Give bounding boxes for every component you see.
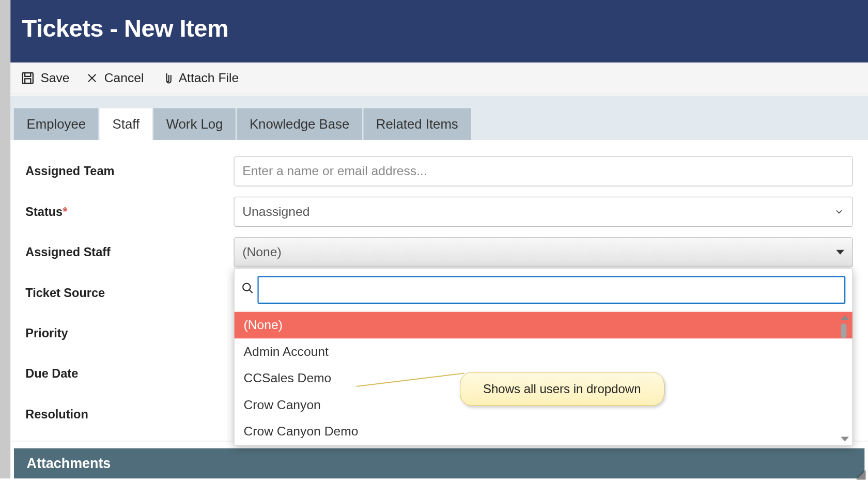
assigned-team-input[interactable] [234,156,853,186]
attach-file-button[interactable]: Attach File [160,71,239,86]
scroll-down-icon [841,437,849,442]
caret-down-icon [836,250,844,255]
tab-knowledge-base[interactable]: Knowledge Base [237,108,362,140]
attach-label: Attach File [179,71,239,86]
assigned-staff-select[interactable]: (None) [234,237,853,267]
chevron-down-icon [834,207,844,217]
status-select[interactable]: Unassigned [234,197,853,227]
assigned-staff-label: Assigned Staff [25,245,234,259]
callout-text: Shows all users in dropdown [483,382,641,396]
save-icon [21,71,35,85]
paperclip-icon [160,71,173,86]
scroll-thumb[interactable] [841,323,846,338]
form-panel: Assigned Team Status* Unassigned Assigne… [10,140,868,442]
svg-rect-1 [25,79,30,83]
toolbar: Save Cancel Attach File [10,63,868,95]
scrollbar-left[interactable] [0,0,10,478]
status-label: Status* [25,205,234,219]
cancel-button[interactable]: Cancel [86,71,144,86]
assigned-staff-dropdown: (None) Admin Account CCSales Demo Crow C… [234,269,853,446]
due-date-label: Due Date [25,367,234,381]
save-label: Save [40,71,69,86]
close-icon [86,72,99,85]
dropdown-scrollbar[interactable] [840,315,850,441]
dropdown-option[interactable]: Crow Canyon Demo [235,418,853,445]
resize-corner-icon [857,471,866,480]
attachments-label: Attachments [27,455,111,471]
tab-employee[interactable]: Employee [14,108,99,140]
svg-point-2 [243,284,250,291]
page-title: Tickets - New Item [22,14,857,42]
dropdown-search-input[interactable] [257,276,845,304]
annotation-callout: Shows all users in dropdown [460,372,664,406]
tab-related-items[interactable]: Related Items [363,108,471,140]
save-button[interactable]: Save [21,71,69,86]
tab-work-log[interactable]: Work Log [153,108,236,140]
tabs: Employee Staff Work Log Knowledge Base R… [10,96,868,140]
assigned-staff-value: (None) [242,245,281,260]
tab-staff[interactable]: Staff [100,108,152,140]
status-value: Unassigned [242,204,309,219]
search-icon [241,282,254,298]
page-header: Tickets - New Item [10,0,868,63]
dropdown-option-none[interactable]: (None) [235,312,853,339]
scroll-up-icon [841,315,849,320]
resolution-label: Resolution [25,407,234,421]
dropdown-option[interactable]: Admin Account [235,338,853,365]
attachments-section-header[interactable]: Attachments [14,448,864,478]
assigned-team-label: Assigned Team [25,164,234,178]
cancel-label: Cancel [104,71,144,86]
priority-label: Priority [25,326,234,340]
ticket-source-label: Ticket Source [25,286,234,300]
